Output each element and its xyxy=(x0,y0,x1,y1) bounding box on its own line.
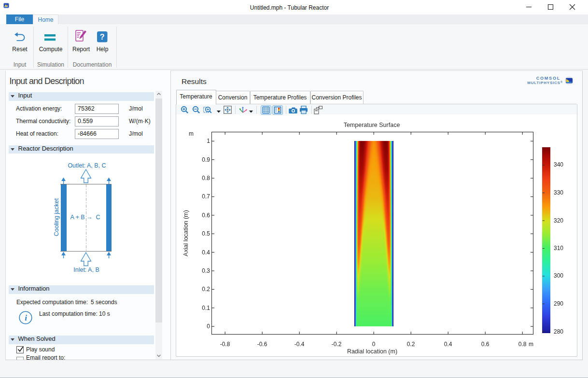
svg-text:i: i xyxy=(25,313,27,322)
svg-text:?: ? xyxy=(100,33,105,41)
